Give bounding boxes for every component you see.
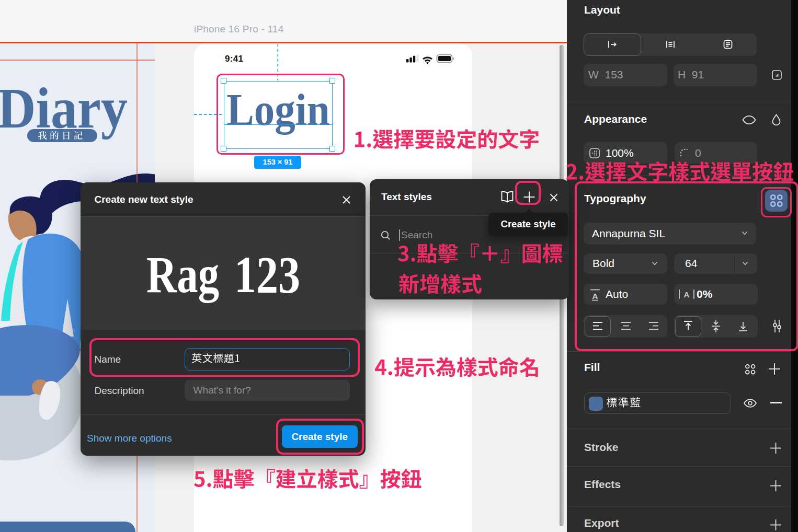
svg-text:123: 123 — [234, 246, 300, 303]
svg-text:Rag: Rag — [146, 246, 219, 303]
